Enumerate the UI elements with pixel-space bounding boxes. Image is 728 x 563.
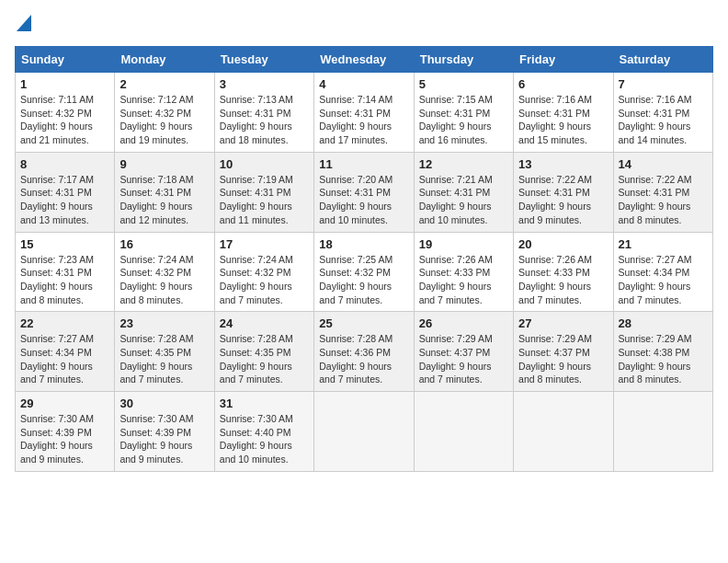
day-number: 12 — [419, 157, 508, 171]
calendar-cell: 5 Sunrise: 7:15 AMSunset: 4:31 PMDayligh… — [414, 73, 513, 153]
calendar-cell — [514, 392, 613, 472]
logo-arrow-icon — [17, 15, 31, 31]
calendar-cell: 19 Sunrise: 7:26 AMSunset: 4:33 PMDaylig… — [414, 232, 513, 312]
day-info: Sunrise: 7:16 AMSunset: 4:31 PMDaylight:… — [619, 94, 692, 145]
day-number: 29 — [20, 396, 109, 410]
day-info: Sunrise: 7:11 AMSunset: 4:32 PMDaylight:… — [20, 94, 94, 145]
day-info: Sunrise: 7:20 AMSunset: 4:31 PMDaylight:… — [319, 174, 392, 225]
day-info: Sunrise: 7:13 AMSunset: 4:31 PMDaylight:… — [220, 94, 293, 145]
day-number: 24 — [220, 316, 309, 330]
day-number: 4 — [319, 77, 408, 91]
calendar-cell — [314, 392, 414, 472]
day-info: Sunrise: 7:17 AMSunset: 4:31 PMDaylight:… — [20, 174, 94, 225]
calendar-cell: 13 Sunrise: 7:22 AMSunset: 4:31 PMDaylig… — [514, 152, 613, 232]
day-number: 8 — [20, 157, 109, 171]
day-info: Sunrise: 7:28 AMSunset: 4:35 PMDaylight:… — [220, 333, 293, 385]
calendar-cell: 22 Sunrise: 7:27 AMSunset: 4:34 PMDaylig… — [16, 312, 115, 392]
day-info: Sunrise: 7:24 AMSunset: 4:32 PMDaylight:… — [119, 254, 193, 305]
day-info: Sunrise: 7:18 AMSunset: 4:31 PMDaylight:… — [119, 174, 193, 225]
day-info: Sunrise: 7:29 AMSunset: 4:37 PMDaylight:… — [518, 333, 592, 385]
weekday-header-friday: Friday — [514, 47, 613, 73]
calendar-cell: 23 Sunrise: 7:28 AMSunset: 4:35 PMDaylig… — [115, 312, 214, 392]
calendar-cell: 24 Sunrise: 7:28 AMSunset: 4:35 PMDaylig… — [214, 312, 313, 392]
calendar-cell: 25 Sunrise: 7:28 AMSunset: 4:36 PMDaylig… — [314, 312, 414, 392]
calendar-week-row: 8 Sunrise: 7:17 AMSunset: 4:31 PMDayligh… — [16, 152, 713, 232]
day-info: Sunrise: 7:30 AMSunset: 4:40 PMDaylight:… — [220, 413, 293, 465]
calendar-cell: 3 Sunrise: 7:13 AMSunset: 4:31 PMDayligh… — [214, 73, 313, 153]
day-info: Sunrise: 7:27 AMSunset: 4:34 PMDaylight:… — [619, 254, 692, 305]
day-number: 11 — [319, 157, 408, 171]
day-info: Sunrise: 7:28 AMSunset: 4:36 PMDaylight:… — [319, 333, 392, 385]
day-info: Sunrise: 7:23 AMSunset: 4:31 PMDaylight:… — [20, 254, 94, 305]
day-info: Sunrise: 7:29 AMSunset: 4:38 PMDaylight:… — [619, 333, 692, 385]
calendar-cell: 15 Sunrise: 7:23 AMSunset: 4:31 PMDaylig… — [16, 232, 115, 312]
day-number: 25 — [319, 316, 408, 330]
calendar-cell: 4 Sunrise: 7:14 AMSunset: 4:31 PMDayligh… — [314, 73, 414, 153]
calendar-cell: 21 Sunrise: 7:27 AMSunset: 4:34 PMDaylig… — [613, 232, 712, 312]
day-number: 15 — [20, 237, 109, 251]
day-number: 6 — [518, 77, 608, 91]
day-info: Sunrise: 7:26 AMSunset: 4:33 PMDaylight:… — [419, 254, 493, 305]
svg-marker-0 — [17, 15, 31, 31]
day-number: 14 — [619, 157, 708, 171]
calendar-cell: 9 Sunrise: 7:18 AMSunset: 4:31 PMDayligh… — [115, 152, 214, 232]
calendar-cell: 31 Sunrise: 7:30 AMSunset: 4:40 PMDaylig… — [214, 392, 313, 472]
calendar-cell: 1 Sunrise: 7:11 AMSunset: 4:32 PMDayligh… — [16, 73, 115, 153]
day-number: 1 — [20, 77, 109, 91]
calendar-header-row: SundayMondayTuesdayWednesdayThursdayFrid… — [16, 47, 713, 73]
calendar-cell: 30 Sunrise: 7:30 AMSunset: 4:39 PMDaylig… — [115, 392, 214, 472]
day-info: Sunrise: 7:22 AMSunset: 4:31 PMDaylight:… — [518, 174, 592, 225]
calendar-cell: 12 Sunrise: 7:21 AMSunset: 4:31 PMDaylig… — [414, 152, 513, 232]
weekday-header-saturday: Saturday — [613, 47, 712, 73]
calendar-cell: 20 Sunrise: 7:26 AMSunset: 4:33 PMDaylig… — [514, 232, 613, 312]
day-info: Sunrise: 7:14 AMSunset: 4:31 PMDaylight:… — [319, 94, 392, 145]
calendar-cell: 16 Sunrise: 7:24 AMSunset: 4:32 PMDaylig… — [115, 232, 214, 312]
weekday-header-monday: Monday — [115, 47, 214, 73]
calendar-cell: 6 Sunrise: 7:16 AMSunset: 4:31 PMDayligh… — [514, 73, 613, 153]
calendar-week-row: 1 Sunrise: 7:11 AMSunset: 4:32 PMDayligh… — [16, 73, 713, 153]
calendar-cell: 29 Sunrise: 7:30 AMSunset: 4:39 PMDaylig… — [16, 392, 115, 472]
day-info: Sunrise: 7:22 AMSunset: 4:31 PMDaylight:… — [619, 174, 692, 225]
day-number: 10 — [220, 157, 309, 171]
day-info: Sunrise: 7:15 AMSunset: 4:31 PMDaylight:… — [419, 94, 493, 145]
calendar-cell: 17 Sunrise: 7:24 AMSunset: 4:32 PMDaylig… — [214, 232, 313, 312]
logo — [15, 15, 31, 35]
calendar-week-row: 29 Sunrise: 7:30 AMSunset: 4:39 PMDaylig… — [16, 392, 713, 472]
calendar-cell: 10 Sunrise: 7:19 AMSunset: 4:31 PMDaylig… — [214, 152, 313, 232]
day-info: Sunrise: 7:29 AMSunset: 4:37 PMDaylight:… — [419, 333, 493, 385]
page-header — [15, 15, 713, 35]
day-info: Sunrise: 7:30 AMSunset: 4:39 PMDaylight:… — [20, 413, 94, 465]
day-number: 9 — [119, 157, 209, 171]
calendar-cell: 11 Sunrise: 7:20 AMSunset: 4:31 PMDaylig… — [314, 152, 414, 232]
calendar-cell: 14 Sunrise: 7:22 AMSunset: 4:31 PMDaylig… — [613, 152, 712, 232]
calendar-cell: 26 Sunrise: 7:29 AMSunset: 4:37 PMDaylig… — [414, 312, 513, 392]
day-number: 17 — [220, 237, 309, 251]
day-number: 3 — [220, 77, 309, 91]
day-number: 31 — [220, 396, 309, 410]
day-number: 30 — [119, 396, 209, 410]
day-info: Sunrise: 7:25 AMSunset: 4:32 PMDaylight:… — [319, 254, 392, 305]
day-info: Sunrise: 7:24 AMSunset: 4:32 PMDaylight:… — [220, 254, 293, 305]
day-number: 26 — [419, 316, 508, 330]
calendar-cell: 18 Sunrise: 7:25 AMSunset: 4:32 PMDaylig… — [314, 232, 414, 312]
day-info: Sunrise: 7:21 AMSunset: 4:31 PMDaylight:… — [419, 174, 493, 225]
day-info: Sunrise: 7:12 AMSunset: 4:32 PMDaylight:… — [119, 94, 193, 145]
day-number: 7 — [619, 77, 708, 91]
day-number: 18 — [319, 237, 408, 251]
calendar-cell: 7 Sunrise: 7:16 AMSunset: 4:31 PMDayligh… — [613, 73, 712, 153]
day-number: 19 — [419, 237, 508, 251]
calendar-cell: 2 Sunrise: 7:12 AMSunset: 4:32 PMDayligh… — [115, 73, 214, 153]
day-number: 28 — [619, 316, 708, 330]
calendar-cell: 8 Sunrise: 7:17 AMSunset: 4:31 PMDayligh… — [16, 152, 115, 232]
day-info: Sunrise: 7:28 AMSunset: 4:35 PMDaylight:… — [119, 333, 193, 385]
calendar-cell — [414, 392, 513, 472]
day-info: Sunrise: 7:30 AMSunset: 4:39 PMDaylight:… — [119, 413, 193, 465]
day-info: Sunrise: 7:16 AMSunset: 4:31 PMDaylight:… — [518, 94, 592, 145]
calendar-table: SundayMondayTuesdayWednesdayThursdayFrid… — [15, 46, 713, 472]
day-number: 21 — [619, 237, 708, 251]
day-info: Sunrise: 7:26 AMSunset: 4:33 PMDaylight:… — [518, 254, 592, 305]
day-info: Sunrise: 7:19 AMSunset: 4:31 PMDaylight:… — [220, 174, 293, 225]
calendar-week-row: 15 Sunrise: 7:23 AMSunset: 4:31 PMDaylig… — [16, 232, 713, 312]
day-number: 13 — [518, 157, 608, 171]
day-number: 20 — [518, 237, 608, 251]
